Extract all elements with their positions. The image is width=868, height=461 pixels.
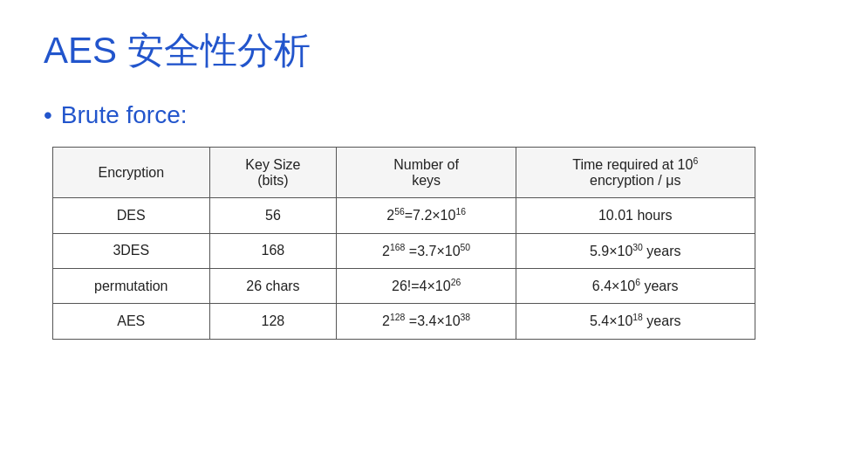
section-label: Brute force: [61, 101, 188, 129]
cell-numkeys: 2128 =3.4×1038 [337, 304, 516, 339]
table-row: AES 128 2128 =3.4×1038 5.4×1018 years [53, 304, 755, 339]
cell-numkeys: 256=7.2×1016 [337, 198, 516, 233]
col-header-encryption: Encryption [53, 148, 210, 198]
cell-time: 6.4×106 years [516, 268, 755, 303]
cell-keysize: 168 [209, 233, 337, 268]
cell-encryption: 3DES [53, 233, 210, 268]
table-header-row: Encryption Key Size(bits) Number ofkeys … [53, 148, 755, 198]
section-heading: • Brute force: [44, 101, 824, 129]
col-header-time: Time required at 106encryption / μs [516, 148, 755, 198]
col-header-numkeys: Number ofkeys [337, 148, 516, 198]
page-title: AES 安全性分析 [44, 26, 824, 75]
table-row: permutation 26 chars 26!=4×1026 6.4×106 … [53, 268, 755, 303]
bullet-point: • [44, 101, 52, 129]
cell-keysize: 128 [209, 304, 337, 339]
cell-encryption: permutation [53, 268, 210, 303]
cell-numkeys: 2168 =3.7×1050 [337, 233, 516, 268]
cell-keysize: 26 chars [209, 268, 337, 303]
brute-force-table: Encryption Key Size(bits) Number ofkeys … [52, 147, 755, 340]
cell-time: 5.4×1018 years [516, 304, 755, 339]
cell-numkeys: 26!=4×1026 [337, 268, 516, 303]
cell-time: 10.01 hours [516, 198, 755, 233]
table-row: 3DES 168 2168 =3.7×1050 5.9×1030 years [53, 233, 755, 268]
table-row: DES 56 256=7.2×1016 10.01 hours [53, 198, 755, 233]
cell-time: 5.9×1030 years [516, 233, 755, 268]
cell-keysize: 56 [209, 198, 337, 233]
cell-encryption: DES [53, 198, 210, 233]
cell-encryption: AES [53, 304, 210, 339]
col-header-keysize: Key Size(bits) [209, 148, 337, 198]
